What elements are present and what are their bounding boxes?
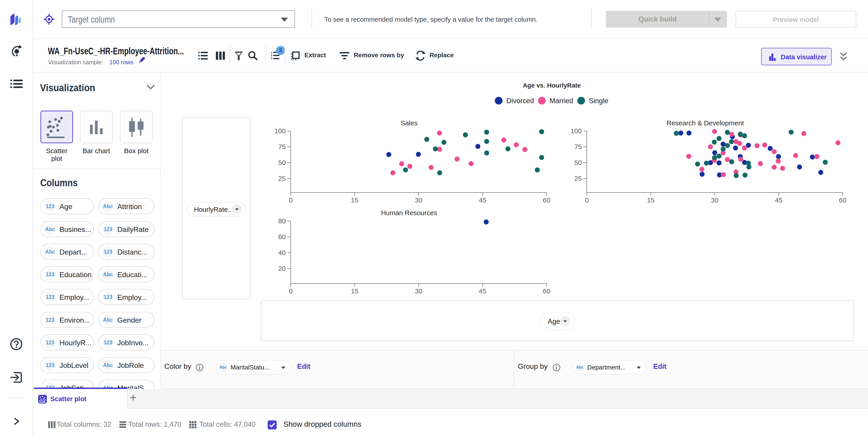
svg-text:Single: Single [589,97,608,105]
svg-text:100: 100 [274,127,286,135]
svg-text:30: 30 [415,196,422,204]
svg-text:75: 75 [575,143,582,150]
svg-text:2: 2 [271,54,272,57]
svg-text:50: 50 [278,159,286,166]
svg-text:Age vs. HourlyRate: Age vs. HourlyRate [523,82,581,89]
svg-text:40: 40 [278,249,286,256]
svg-text:HourlyRate...: HourlyRate... [194,206,234,213]
svg-text:15: 15 [351,196,358,204]
svg-text:45: 45 [479,287,486,295]
svg-text:30: 30 [415,287,422,295]
svg-text:0: 0 [289,196,293,204]
svg-text:Human Resources: Human Resources [381,209,437,216]
svg-text:3: 3 [271,57,272,60]
svg-text:Divorced: Divorced [506,97,534,105]
svg-text:20: 20 [278,265,286,272]
svg-text:15: 15 [351,287,358,295]
svg-text:1: 1 [271,51,272,54]
svg-text:80: 80 [278,217,286,225]
svg-text:Married: Married [550,97,573,105]
svg-text:100: 100 [570,127,582,135]
svg-text:30: 30 [711,196,718,204]
svg-text:0: 0 [585,196,589,204]
svg-text:60: 60 [543,196,550,204]
svg-text:60: 60 [278,233,286,240]
svg-text:Age: Age [548,317,560,325]
svg-text:0: 0 [289,287,293,295]
svg-text:25: 25 [278,175,286,182]
svg-text:60: 60 [543,287,550,295]
svg-text:25: 25 [575,175,582,182]
svg-text:45: 45 [479,196,486,204]
svg-text:15: 15 [647,196,654,204]
svg-text:Research & Development: Research & Development [666,119,744,127]
svg-text:60: 60 [839,196,846,204]
svg-text:50: 50 [575,159,582,166]
svg-text:75: 75 [278,143,286,150]
svg-text:Sales: Sales [401,119,417,127]
svg-text:45: 45 [775,196,782,204]
